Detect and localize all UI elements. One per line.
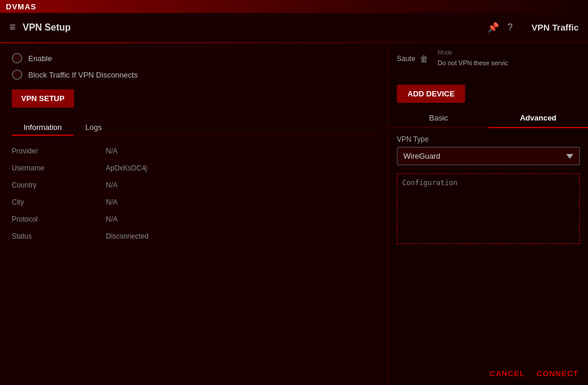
- saute-row: Saute 🗑 Mode Do not VPN these servic: [397, 49, 580, 68]
- vpn-setup-button[interactable]: VPN SETUP: [12, 89, 74, 108]
- mode-info: Mode Do not VPN these servic: [437, 49, 508, 68]
- config-section: [389, 173, 588, 361]
- enable-label: Enable: [28, 54, 52, 63]
- enable-toggle[interactable]: [12, 53, 22, 63]
- cancel-button[interactable]: CANCEL: [490, 369, 525, 378]
- vpn-traffic-header: Saute 🗑 Mode Do not VPN these servic: [389, 43, 588, 79]
- info-table: Provider N/A Username ApDxKsDC4j Country…: [12, 143, 376, 245]
- top-bar: DVMAS: [0, 0, 588, 13]
- right-panel: Saute 🗑 Mode Do not VPN these servic ADD…: [388, 43, 588, 385]
- menu-icon[interactable]: ≡: [9, 21, 16, 34]
- header-icons: 📌 ?: [487, 22, 513, 33]
- enable-toggle-row: Enable: [12, 53, 376, 63]
- table-row: Username ApDxKsDC4j: [12, 160, 376, 177]
- add-device-button[interactable]: ADD DEVICE: [397, 85, 465, 103]
- block-traffic-toggle[interactable]: [12, 69, 22, 80]
- pin-icon[interactable]: 📌: [487, 22, 499, 33]
- tab-logs[interactable]: Logs: [74, 119, 113, 135]
- table-row: Protocol N/A: [12, 211, 376, 228]
- help-icon[interactable]: ?: [507, 22, 513, 33]
- header-row: ≡ VPN Setup 📌 ? VPN Traffic: [0, 13, 588, 42]
- page-title: VPN Setup: [23, 22, 71, 33]
- table-row: Country N/A: [12, 177, 376, 194]
- logo-area: DVMAS: [6, 2, 36, 11]
- table-row: Provider N/A: [12, 143, 376, 160]
- left-panel: Enable Block Traffic If VPN Disconnects …: [0, 43, 388, 385]
- vpn-type-label: VPN Type: [397, 135, 580, 143]
- config-textarea[interactable]: [397, 173, 580, 244]
- trash-icon[interactable]: 🗑: [420, 54, 428, 63]
- vpn-traffic-label: VPN Traffic: [532, 22, 579, 32]
- vpn-type-select[interactable]: WireGuard OpenVPN IKEv2: [397, 147, 580, 165]
- panel-tabs: Basic Advanced: [389, 109, 588, 128]
- tab-information[interactable]: Information: [12, 119, 74, 135]
- tab-basic[interactable]: Basic: [389, 109, 489, 127]
- info-tabs: Information Logs: [12, 119, 376, 136]
- main-content: Enable Block Traffic If VPN Disconnects …: [0, 43, 588, 385]
- table-row: City N/A: [12, 194, 376, 211]
- tab-advanced[interactable]: Advanced: [489, 109, 589, 127]
- block-traffic-toggle-row: Block Traffic If VPN Disconnects: [12, 69, 376, 80]
- vpn-type-section: VPN Type WireGuard OpenVPN IKEv2: [389, 135, 588, 173]
- connect-button[interactable]: CONNECT: [537, 369, 579, 378]
- block-traffic-label: Block Traffic If VPN Disconnects: [28, 71, 138, 79]
- table-row: Status Disconnected: [12, 228, 376, 245]
- logo-text: DVMAS: [6, 2, 36, 11]
- saute-text: Saute: [397, 55, 415, 63]
- action-buttons: CANCEL CONNECT: [389, 361, 588, 385]
